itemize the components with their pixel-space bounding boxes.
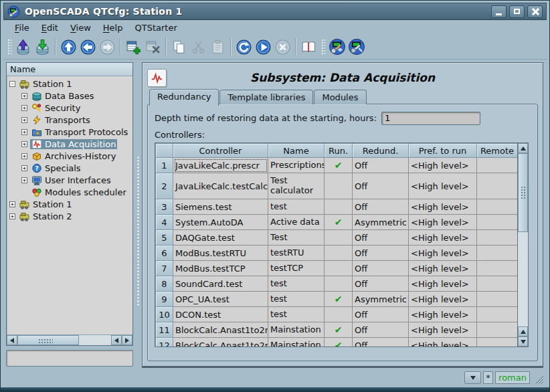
name-cell[interactable]: testRTU [268, 246, 325, 261]
scrollbar-thumb[interactable] [17, 335, 79, 345]
redund-cell[interactable]: Off [353, 338, 409, 348]
minimize-button[interactable] [491, 5, 507, 18]
remote-cell[interactable] [477, 246, 518, 261]
scroll-right-button[interactable] [122, 335, 132, 345]
redund-cell[interactable]: Off [353, 246, 409, 261]
name-cell[interactable]: Active data [268, 215, 325, 230]
status-dropdown-button[interactable] [464, 371, 481, 384]
tab-modules[interactable]: Modules [314, 90, 366, 104]
controller-cell[interactable]: DCON.test [173, 307, 268, 322]
remote-cell[interactable] [477, 158, 518, 173]
controller-cell[interactable]: JavaLikeCalc.testCalc [173, 173, 268, 199]
tree-item-user-interfaces[interactable]: + User Interfaces [7, 174, 132, 186]
pref-cell[interactable]: <High level> [409, 215, 477, 230]
remote-cell[interactable] [477, 322, 518, 338]
run-check-icon[interactable]: ✔ [325, 338, 353, 348]
tree-item-data-bases[interactable]: + Data Bases [7, 90, 132, 102]
name-cell[interactable]: Mainstation [268, 338, 325, 348]
tree-item-data-acquisition[interactable]: + Data Acquisition [7, 138, 132, 150]
start-button[interactable] [254, 37, 273, 57]
app-icon[interactable] [7, 5, 20, 18]
scrollbar-thumb[interactable] [518, 153, 528, 232]
redund-cell[interactable]: Off [353, 173, 409, 199]
up-level-button[interactable] [59, 37, 78, 57]
current-user-badge[interactable]: roman [495, 371, 530, 384]
remote-cell[interactable] [477, 199, 518, 215]
controller-cell[interactable]: BlockCalc.Anast1to2n [173, 338, 268, 348]
controller-cell[interactable]: ModBus.testRTU [173, 246, 268, 261]
add-item-button[interactable] [124, 37, 143, 57]
name-cell[interactable]: test [268, 292, 325, 307]
paste-item-button[interactable] [208, 37, 227, 57]
toolbar-handle[interactable] [7, 38, 11, 56]
tree-item-archives-history[interactable]: + Archives-History [7, 150, 132, 162]
run-check-icon[interactable]: ✔ [325, 292, 353, 307]
pref-cell[interactable]: <High level> [409, 322, 477, 338]
qtstarter-tools-button[interactable] [347, 37, 366, 57]
pref-cell[interactable]: <High level> [409, 230, 477, 246]
run-check-icon[interactable] [325, 199, 353, 215]
tab-template-libraries[interactable]: Template libraries [219, 90, 313, 104]
manual-button[interactable] [299, 37, 318, 57]
run-check-icon[interactable] [325, 173, 353, 199]
remote-cell[interactable] [477, 292, 518, 307]
run-check-icon[interactable]: ✔ [325, 322, 353, 338]
name-cell[interactable]: testTCP [268, 261, 325, 276]
forward-button[interactable] [98, 37, 117, 57]
name-cell[interactable]: test [268, 276, 325, 292]
redund-cell[interactable]: Off [353, 322, 409, 338]
remote-cell[interactable] [477, 276, 518, 292]
name-cell[interactable]: Prescriptions [268, 158, 325, 173]
menu-qtstarter[interactable]: QTStarter [128, 21, 183, 34]
run-check-icon[interactable] [325, 230, 353, 246]
subsystem-icon-button[interactable] [147, 69, 167, 87]
redund-cell[interactable]: Off [353, 276, 409, 292]
scroll-left-button[interactable] [111, 335, 122, 345]
pref-cell[interactable]: <High level> [409, 292, 477, 307]
pref-cell[interactable]: <High level> [409, 158, 477, 173]
menu-edit[interactable]: Edit [35, 21, 64, 34]
tree-item-transport-protocols[interactable]: + Transport Protocols [7, 126, 132, 138]
scroll-left-button[interactable] [7, 335, 17, 345]
name-cell[interactable]: test [268, 307, 325, 322]
redund-cell[interactable]: Off [353, 230, 409, 246]
expand-expander-icon[interactable]: + [21, 177, 27, 183]
tree-item-station1-root[interactable]: - Station 1 [7, 78, 132, 90]
pref-cell[interactable]: <High level> [409, 307, 477, 322]
tab-redundancy[interactable]: Redundancy [149, 89, 219, 106]
tree-item-transports[interactable]: + Transports [7, 114, 132, 126]
scrollbar-track[interactable] [518, 232, 528, 326]
expand-expander-icon[interactable]: + [9, 201, 15, 207]
controller-cell[interactable]: DAQGate.test [173, 230, 268, 246]
cut-item-button[interactable] [189, 37, 208, 57]
controller-cell[interactable]: ModBus.testTCP [173, 261, 268, 276]
name-cell[interactable]: test [268, 199, 325, 215]
reload-button[interactable] [234, 37, 254, 57]
pref-cell[interactable]: <High level> [409, 261, 477, 276]
run-check-icon[interactable] [325, 246, 353, 261]
delete-item-button[interactable] [143, 37, 163, 57]
expand-expander-icon[interactable]: + [21, 153, 27, 159]
collapse-expander-icon[interactable]: - [9, 81, 15, 87]
scroll-up-button[interactable] [518, 143, 528, 153]
tree-filter-input[interactable] [6, 350, 133, 367]
scroll-down-button[interactable] [518, 336, 528, 347]
tree-item-station1-remote[interactable]: + Station 1 [7, 198, 132, 210]
redund-cell[interactable]: Off [353, 307, 409, 322]
depth-time-input[interactable] [381, 112, 480, 125]
tree-item-station2[interactable]: + Station 2 [7, 210, 132, 222]
redund-cell[interactable]: Asymmetric [353, 215, 409, 230]
close-button[interactable] [527, 5, 543, 18]
qtstarter-config-button[interactable] [327, 37, 347, 57]
save-to-db-button[interactable] [33, 37, 52, 57]
name-cell[interactable]: Test calculator [268, 173, 325, 199]
remote-cell[interactable] [477, 215, 518, 230]
remote-cell[interactable] [477, 307, 518, 322]
controller-cell[interactable]: BlockCalc.Anast1to2n [173, 322, 268, 338]
expand-expander-icon[interactable]: + [21, 141, 27, 147]
panel-splitter[interactable] [133, 62, 142, 367]
pref-cell[interactable]: <High level> [409, 246, 477, 261]
redund-cell[interactable]: Asymmetric [353, 292, 409, 307]
remote-cell[interactable] [477, 230, 518, 246]
remote-cell[interactable] [477, 173, 518, 199]
